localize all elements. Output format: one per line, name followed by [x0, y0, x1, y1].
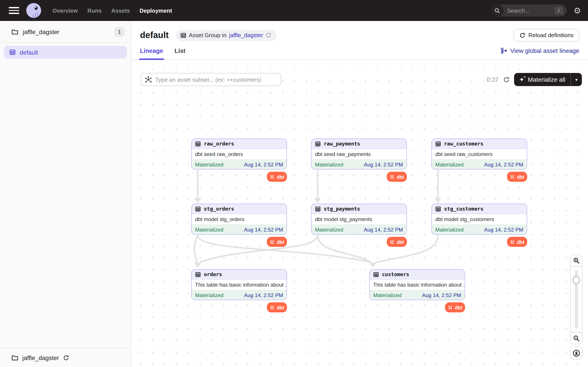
asset-description: This table has basic information about .… [192, 280, 286, 290]
folder-icon [11, 28, 18, 35]
tab-list[interactable]: List [174, 47, 185, 59]
materialized-timestamp[interactable]: Aug 14, 2:52 PM [244, 226, 283, 233]
materialize-dropdown-caret[interactable]: ▾ [571, 77, 582, 82]
asset-node-raw-orders[interactable]: raw_orders dbt seed raw_orders Materiali… [191, 139, 287, 169]
zoom-slider-handle[interactable] [572, 276, 580, 284]
asset-group-pill: Asset Group in jaffle_dagster [176, 30, 277, 41]
reload-icon[interactable] [266, 32, 271, 38]
dbt-logo-icon [510, 174, 515, 179]
logo-eye [35, 6, 38, 10]
asset-description: dbt model stg_orders [192, 214, 286, 225]
sidebar-footer-project-name: jaffle_dagster [22, 354, 59, 361]
dbt-badge-label: dbt [397, 239, 404, 244]
asset-group-pill-text: Asset Group in [189, 32, 226, 38]
nav-item-overview[interactable]: Overview [52, 7, 78, 14]
table-icon [195, 272, 201, 277]
asset-name: raw_customers [444, 141, 484, 147]
reload-definitions-button[interactable]: Reload definitions [513, 29, 579, 42]
asset-node-customers[interactable]: customers This table has basic informati… [369, 269, 465, 300]
sidebar-footer: jaffle_dagster [0, 348, 131, 367]
asset-description: dbt model stg_payments [311, 214, 406, 225]
materialized-timestamp[interactable]: Aug 14, 2:52 PM [244, 292, 283, 298]
top-navigation-bar: Overview Runs Assets Deployment / ⚙ [0, 0, 588, 21]
primary-nav: Overview Runs Assets Deployment [52, 7, 172, 14]
dbt-badge-label: dbt [277, 305, 284, 310]
global-search[interactable]: / [491, 4, 567, 17]
asset-node-stg-customers[interactable]: stg_customers dbt model stg_customers Ma… [431, 204, 527, 235]
dbt-badge[interactable]: dbt [387, 172, 407, 182]
materialized-status: Materialized [195, 292, 223, 298]
materialized-status: Materialized [315, 226, 343, 233]
asset-description: This table has basic information about .… [370, 280, 465, 290]
dbt-logo-icon [389, 174, 395, 179]
materialized-timestamp[interactable]: Aug 14, 2:52 PM [484, 161, 523, 167]
nav-item-assets[interactable]: Assets [111, 7, 130, 14]
dbt-badge[interactable]: dbt [445, 302, 465, 312]
lineage-graph-icon [501, 48, 507, 54]
asset-node-raw-payments[interactable]: raw_payments dbt seed raw_payments Mater… [311, 139, 407, 169]
hamburger-menu-icon[interactable] [9, 7, 19, 14]
materialize-all-button[interactable]: ✦✦ Materialize all [514, 73, 571, 86]
refresh-timer: 0:27 [487, 76, 499, 83]
table-icon [315, 206, 321, 212]
nav-item-deployment[interactable]: Deployment [139, 7, 172, 14]
dbt-logo-icon [389, 239, 395, 244]
asset-name: raw_payments [324, 141, 360, 147]
materialized-timestamp[interactable]: Aug 14, 2:52 PM [364, 161, 403, 167]
materialized-timestamp[interactable]: Aug 14, 2:52 PM [484, 226, 523, 233]
nav-item-runs[interactable]: Runs [87, 7, 102, 14]
materialized-status: Materialized [373, 292, 401, 298]
materialized-timestamp[interactable]: Aug 14, 2:52 PM [364, 226, 403, 233]
asset-description: dbt seed raw_customers [432, 149, 527, 159]
download-image-button[interactable] [570, 346, 582, 359]
zoom-in-icon [573, 257, 579, 264]
reload-icon [519, 32, 525, 38]
asset-group-pill-link[interactable]: jaffle_dagster [229, 32, 263, 38]
asset-subset-input[interactable] [140, 73, 281, 86]
table-icon [195, 206, 201, 212]
dbt-badge[interactable]: dbt [267, 302, 287, 312]
refresh-icon[interactable] [503, 76, 510, 83]
reload-icon[interactable] [63, 355, 69, 361]
dagster-logo[interactable] [26, 3, 41, 18]
asset-description: dbt seed raw_payments [311, 149, 406, 159]
materialized-timestamp[interactable]: Aug 14, 2:52 PM [422, 292, 461, 298]
main-content: default Asset Group in jaffle_dagster Re… [131, 21, 588, 367]
asset-group-icon [180, 32, 186, 38]
materialized-status: Materialized [435, 161, 464, 167]
materialize-all-split-button: ✦✦ Materialize all ▾ [514, 73, 582, 86]
view-global-asset-lineage-link[interactable]: View global asset lineage [501, 47, 579, 59]
asset-node-stg-orders[interactable]: stg_orders dbt model stg_orders Material… [191, 204, 287, 235]
materialized-timestamp[interactable]: Aug 14, 2:52 PM [244, 161, 283, 167]
sidebar-divider [0, 42, 131, 43]
asset-name: stg_customers [444, 206, 484, 212]
zoom-out-icon [573, 335, 579, 342]
tab-lineage[interactable]: Lineage [140, 47, 163, 59]
table-icon [315, 141, 321, 147]
table-icon [435, 206, 441, 212]
asset-description: dbt seed raw_orders [192, 149, 286, 159]
materialize-all-label: Materialize all [528, 76, 565, 83]
dbt-badge-label: dbt [277, 174, 284, 179]
search-input[interactable] [507, 7, 551, 14]
asset-name: customers [382, 271, 409, 277]
lineage-graph-canvas[interactable]: 0:27 ✦✦ Materialize all ▾ [131, 69, 588, 367]
sidebar: jaffle_dagster 1 default jaffle_dagster [0, 21, 131, 367]
asset-node-orders[interactable]: orders This table has basic information … [191, 269, 287, 300]
dbt-badge[interactable]: dbt [267, 172, 287, 182]
zoom-slider-track[interactable] [570, 267, 582, 332]
zoom-in-button[interactable] [570, 254, 582, 267]
dbt-badge[interactable]: dbt [507, 172, 527, 182]
zoom-out-button[interactable] [570, 332, 582, 344]
sidebar-item-default[interactable]: default [4, 46, 127, 58]
dbt-badge[interactable]: dbt [267, 237, 287, 247]
gear-icon[interactable]: ⚙ [574, 6, 581, 15]
asset-name: stg_orders [204, 206, 234, 212]
sidebar-project-jaffle-dagster[interactable]: jaffle_dagster 1 [0, 21, 131, 42]
asset-node-stg-payments[interactable]: stg_payments dbt model stg_payments Mate… [311, 204, 407, 235]
dbt-badge[interactable]: dbt [387, 237, 407, 247]
dbt-badge[interactable]: dbt [507, 237, 527, 247]
asset-node-raw-customers[interactable]: raw_customers dbt seed raw_customers Mat… [431, 139, 527, 169]
search-shortcut-key: / [555, 7, 563, 14]
table-icon [373, 272, 379, 277]
